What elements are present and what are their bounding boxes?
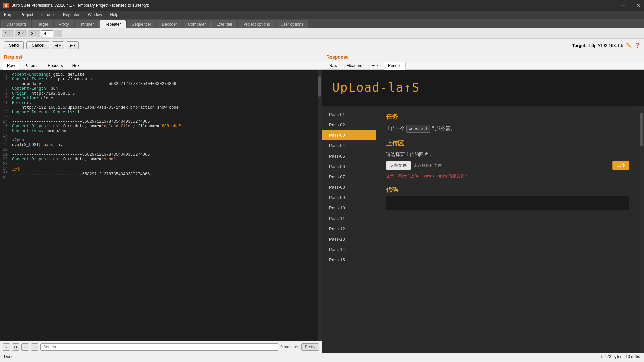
response-tabs: Raw Headers Hex Render [322, 62, 644, 70]
tab-dashboard[interactable]: Dashboard [1, 20, 31, 28]
toolbar: Send Cancel ◀ ▾ ▶ ▾ Target: http://192.1… [0, 39, 644, 52]
logo-svg: UpLoad-la↑S [332, 76, 433, 97]
sub-tab-2[interactable]: 2 ✕ [15, 30, 28, 37]
request-tab-params[interactable]: Params [20, 62, 43, 69]
sidebar-pass-08[interactable]: Pass-08 [322, 182, 376, 192]
sub-tab-1[interactable]: 1 ✕ [2, 30, 14, 37]
response-scrollbar[interactable] [639, 106, 644, 353]
target-url: http://192.168.1.5 [589, 43, 623, 48]
tab-intruder[interactable]: Intruder [75, 20, 99, 28]
upload-controls: 选择文件 未选择任何文件 上传 [386, 161, 629, 170]
nav-back-button[interactable]: ◀ ▾ [52, 41, 64, 49]
request-code-area[interactable]: 67 891011 121314151617181920212223242526… [0, 70, 322, 341]
sidebar-pass-04[interactable]: Pass-04 [322, 140, 376, 151]
code-scrollbar-thumb[interactable] [318, 76, 321, 97]
tab-decoder[interactable]: Decoder [157, 20, 182, 28]
task-description: 上传一个 webshell 到服务器。 [386, 125, 629, 133]
tab-repeater[interactable]: Repeater [99, 20, 126, 28]
sidebar-pass-11[interactable]: Pass-11 [322, 213, 376, 224]
app-title: Burp Suite Professional v2020.4.1 - Temp… [11, 3, 149, 8]
tab-comparer[interactable]: Comparer [183, 20, 211, 28]
sidebar-pass-13[interactable]: Pass-13 [322, 234, 376, 244]
sidebar-pass-05[interactable]: Pass-05 [322, 151, 376, 161]
sidebar-pass-06[interactable]: Pass-06 [322, 161, 376, 172]
target-label: Target: [572, 43, 587, 48]
response-tab-hex[interactable]: Hex [367, 62, 383, 69]
code-scrollbar[interactable] [318, 70, 322, 341]
upload-labs-main: 任务 上传一个 webshell 到服务器。 上传区 请选择要上传的图片： 选择… [376, 106, 639, 353]
upload-labs-body: Pass-01 Pass-02 Pass-03 Pass-04 Pass-05 … [322, 106, 644, 353]
sidebar-pass-14[interactable]: Pass-14 [322, 244, 376, 255]
code-section-title: 代码 [386, 186, 629, 194]
tab-target[interactable]: Target [32, 20, 53, 28]
upload-submit-button[interactable]: 上传 [612, 161, 629, 170]
nav-forward-button[interactable]: ▶ ▾ [67, 41, 79, 49]
sub-tab-3[interactable]: 3 ✕ [28, 30, 40, 37]
response-header: Response [322, 52, 644, 62]
response-tab-render[interactable]: Render [384, 62, 406, 70]
title-bar: B Burp Suite Professional v2020.4.1 - Te… [0, 0, 644, 11]
tab-user-options[interactable]: User options [276, 20, 308, 28]
tab-sequencer[interactable]: Sequencer [127, 20, 156, 28]
request-panel: Request Raw Params Headers Hex 67 891011… [0, 52, 322, 353]
response-tab-raw[interactable]: Raw [325, 62, 342, 69]
svg-text:UpLoad-la↑S: UpLoad-la↑S [332, 80, 420, 94]
close-button[interactable]: ✕ [636, 3, 641, 8]
request-tabs: Raw Params Headers Hex [0, 62, 322, 70]
menu-repeater[interactable]: Repeater [62, 12, 81, 18]
choose-file-button[interactable]: 选择文件 [386, 161, 411, 170]
response-tab-headers[interactable]: Headers [342, 62, 366, 69]
bytes-info: 5,473 bytes | 10 millis [601, 354, 640, 359]
search-settings-icon[interactable]: ⚙ [12, 343, 19, 351]
pretty-button[interactable]: Pretty [301, 343, 319, 351]
request-header: Request [0, 52, 322, 62]
search-help-icon[interactable]: ? [3, 343, 10, 351]
sidebar-pass-07[interactable]: Pass-07 [322, 172, 376, 182]
sidebar-pass-01[interactable]: Pass-01 [322, 109, 376, 120]
more-tabs-button[interactable]: ... [54, 30, 62, 37]
menu-project[interactable]: Project [19, 12, 34, 18]
edit-target-icon[interactable]: ✏️ [626, 43, 632, 48]
search-prev-button[interactable]: ← [21, 343, 29, 351]
search-bar: ? ⚙ ← → 0 matches Pretty [0, 341, 322, 353]
menu-help[interactable]: Help [109, 12, 120, 18]
close-tab-1-icon[interactable]: ✕ [9, 32, 11, 35]
search-input[interactable] [40, 343, 278, 351]
close-tab-4-icon[interactable]: ✕ [48, 32, 50, 35]
response-scrollbar-thumb[interactable] [640, 113, 643, 146]
tab-project-options[interactable]: Project options [238, 20, 275, 28]
sidebar-pass-02[interactable]: Pass-02 [322, 120, 376, 130]
app-icon: B [3, 3, 9, 8]
menu-burp[interactable]: Burp [3, 12, 14, 18]
close-tab-3-icon[interactable]: ✕ [35, 32, 37, 35]
hint-text: 提示：不允许上传asp,asox,php,jsp后缀文件！ [386, 173, 629, 179]
menu-bar: Burp Project Intruder Repeater Window He… [0, 11, 644, 19]
maximize-button[interactable]: □ [629, 3, 633, 8]
help-icon[interactable]: ❓ [634, 43, 640, 48]
sidebar-pass-10[interactable]: Pass-10 [322, 203, 376, 213]
upload-labs-logo: UpLoad-la↑S [332, 76, 433, 99]
request-tab-headers[interactable]: Headers [43, 62, 67, 69]
menu-intruder[interactable]: Intruder [40, 12, 56, 18]
sub-tab-4[interactable]: 4 ✕ [41, 30, 53, 37]
upload-title: 上传区 [386, 139, 629, 147]
content-area: Request Raw Params Headers Hex 67 891011… [0, 52, 644, 353]
sidebar-pass-03[interactable]: Pass-03 [322, 130, 376, 140]
cancel-button[interactable]: Cancel [26, 41, 49, 49]
search-next-button[interactable]: → [31, 343, 38, 351]
sidebar-pass-15[interactable]: Pass-15 [322, 255, 376, 265]
tab-extender[interactable]: Extender [211, 20, 237, 28]
task-title: 任务 [386, 113, 629, 121]
menu-window[interactable]: Window [86, 12, 103, 18]
minimize-button[interactable]: ─ [621, 3, 626, 8]
close-tab-2-icon[interactable]: ✕ [21, 32, 24, 35]
sub-tab-bar: 1 ✕ 2 ✕ 3 ✕ 4 ✕ ... [0, 28, 644, 39]
request-tab-hex[interactable]: Hex [68, 62, 84, 69]
sidebar-pass-12[interactable]: Pass-12 [322, 224, 376, 234]
tab-proxy[interactable]: Proxy [54, 20, 74, 28]
send-button[interactable]: Send [4, 41, 24, 49]
sidebar-pass-09[interactable]: Pass-09 [322, 192, 376, 203]
upload-labs-container: UpLoad-la↑S Pass-01 Pass-02 Pass-03 Pass… [322, 70, 644, 353]
task-text-before: 上传一个 [386, 126, 406, 131]
request-tab-raw[interactable]: Raw [3, 62, 19, 70]
